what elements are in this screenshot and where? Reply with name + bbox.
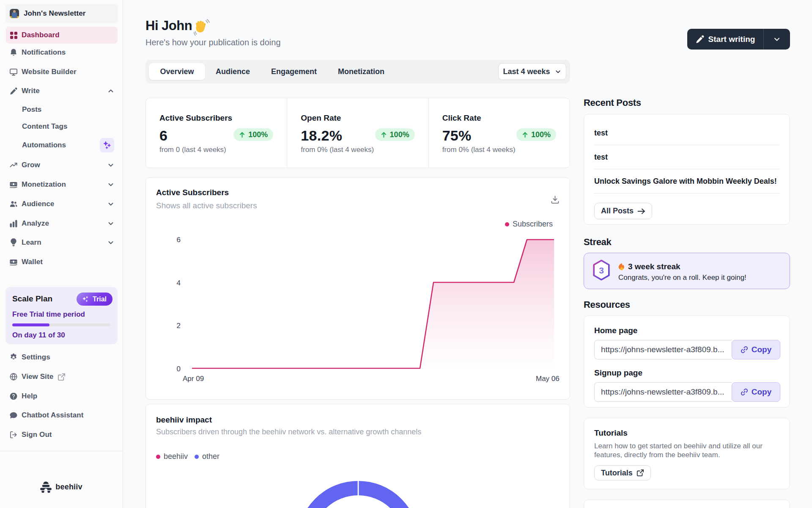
svg-text:3: 3 xyxy=(599,265,604,275)
